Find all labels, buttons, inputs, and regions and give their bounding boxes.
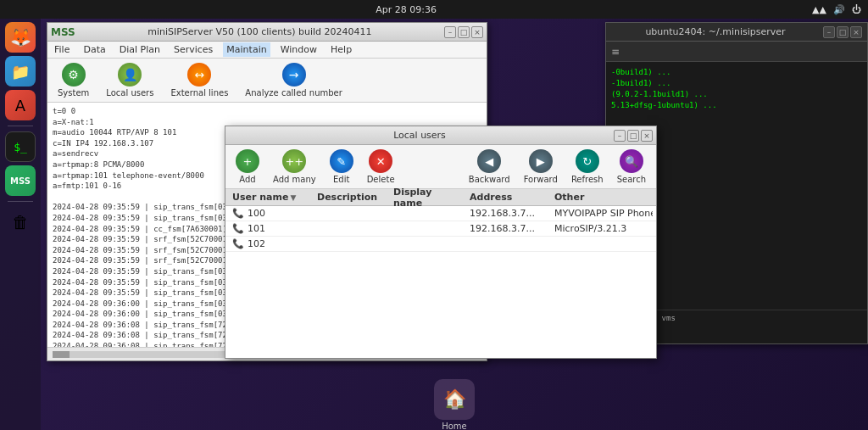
volume-icon: 🔊 bbox=[833, 4, 845, 15]
edit-icon: ✎ bbox=[330, 149, 353, 173]
lu-addmany-label: Add many bbox=[273, 175, 316, 184]
lu-add-label: Add bbox=[239, 175, 255, 184]
col-header-description[interactable]: Description bbox=[314, 192, 390, 203]
home-icon: 🏠 bbox=[434, 379, 475, 420]
lu-toolbar: + Add ++ Add many ✎ Edit ✕ Delete ◀ Back… bbox=[225, 145, 656, 189]
localusers-icon: 👤 bbox=[118, 63, 142, 87]
mss-title-icon: MSS bbox=[51, 26, 75, 38]
toolbar-analyze-label: Analyze called number bbox=[245, 88, 342, 98]
lu-maximize-button[interactable]: □ bbox=[627, 130, 639, 142]
lu-search-button[interactable]: 🔍 Search bbox=[614, 148, 649, 186]
mss-title: miniSIPServer V50 (100 clients) build 20… bbox=[79, 26, 441, 37]
refresh-icon: ↻ bbox=[576, 149, 599, 173]
phone-icon: 📞 bbox=[232, 238, 244, 250]
cell-username-101: 📞 101 bbox=[229, 223, 314, 235]
mss-maximize-button[interactable]: □ bbox=[458, 26, 470, 38]
log-line: t=0 0 bbox=[53, 106, 481, 117]
dock-item-app-installer[interactable]: A bbox=[5, 90, 36, 120]
lu-delete-button[interactable]: ✕ Delete bbox=[364, 148, 398, 186]
dock-item-files[interactable]: 📁 bbox=[5, 56, 36, 87]
terminal-close-button[interactable]: × bbox=[850, 26, 862, 38]
phone-icon: 📞 bbox=[232, 208, 244, 220]
terminal-title: ubuntu2404: ~/.minisipserver bbox=[611, 26, 820, 37]
mss-scrollbar-thumb[interactable] bbox=[53, 351, 70, 358]
lu-refresh-button[interactable]: ↻ Refresh bbox=[568, 148, 607, 186]
mss-icon: MSS bbox=[10, 176, 31, 186]
lu-addmany-button[interactable]: ++ Add many bbox=[270, 148, 320, 186]
lu-forward-button[interactable]: ▶ Forward bbox=[520, 148, 561, 186]
add-icon: + bbox=[236, 149, 259, 173]
dock-item-trash[interactable]: 🗑 bbox=[5, 207, 36, 237]
mss-menubar: File Data Dial Plan Services Maintain Wi… bbox=[47, 42, 487, 59]
menu-services[interactable]: Services bbox=[170, 42, 216, 57]
terminal-line bbox=[611, 111, 862, 122]
terminal-line: -0build1) ... bbox=[611, 67, 862, 78]
cell-address-100: 192.168.3.7... bbox=[466, 208, 551, 219]
phone-icon: 📞 bbox=[232, 223, 244, 235]
lu-backward-button[interactable]: ◀ Backward bbox=[465, 148, 514, 186]
mss-close-button[interactable]: × bbox=[471, 26, 483, 38]
lu-table-body: 📞 100 192.168.3.7... MYVOIPAPP SIP Phone… bbox=[225, 206, 656, 358]
toolbar-extlines-button[interactable]: ↔ External lines bbox=[167, 61, 231, 99]
cell-username-102: 📞 102 bbox=[229, 238, 314, 250]
toolbar-analyze-button[interactable]: → Analyze called number bbox=[242, 61, 345, 99]
lu-titlebar-buttons: – □ × bbox=[614, 130, 653, 142]
taskbar-home[interactable]: 🏠 Home bbox=[434, 379, 475, 431]
menu-help[interactable]: Help bbox=[327, 42, 355, 57]
backward-icon: ◀ bbox=[477, 149, 501, 173]
trash-icon: 🗑 bbox=[12, 212, 29, 232]
lu-title: Local users bbox=[229, 130, 610, 141]
desktop: Apr 28 09:36 ▲▲ 🔊 ⏻ 🦊 📁 A $_ MSS 🗑 bbox=[0, 0, 868, 430]
lu-minimize-button[interactable]: – bbox=[614, 130, 626, 142]
menu-window[interactable]: Window bbox=[277, 42, 320, 57]
col-header-displayname[interactable]: Display name bbox=[390, 187, 466, 209]
mss-titlebar: MSS miniSIPServer V50 (100 clients) buil… bbox=[47, 23, 487, 42]
delete-icon: ✕ bbox=[369, 149, 392, 173]
files-icon: 📁 bbox=[11, 63, 30, 81]
table-row[interactable]: 📞 101 192.168.3.7... MicroSIP/3.21.3 bbox=[225, 221, 656, 237]
terminal-titlebar: ubuntu2404: ~/.minisipserver – □ × bbox=[606, 23, 867, 42]
cell-address-101: 192.168.3.7... bbox=[466, 223, 551, 234]
terminal-minimize-button[interactable]: – bbox=[823, 26, 835, 38]
terminal-titlebar-buttons: – □ × bbox=[823, 26, 862, 38]
terminal-line: 5.13+dfsg-1ubuntu1) ... bbox=[611, 100, 862, 111]
terminal-icon: $_ bbox=[14, 141, 27, 154]
lu-add-button[interactable]: + Add bbox=[232, 148, 263, 186]
menu-data[interactable]: Data bbox=[80, 42, 108, 57]
table-row[interactable]: 📞 100 192.168.3.7... MYVOIPAPP SIP Phone… bbox=[225, 206, 656, 221]
dock-separator-2 bbox=[8, 201, 33, 202]
lu-edit-button[interactable]: ✎ Edit bbox=[326, 148, 357, 186]
search-icon: 🔍 bbox=[620, 149, 643, 173]
col-header-other[interactable]: Other bbox=[551, 192, 653, 203]
terminal-maximize-button[interactable]: □ bbox=[837, 26, 849, 38]
analyze-icon: → bbox=[282, 63, 306, 87]
toolbar-localusers-button[interactable]: 👤 Local users bbox=[103, 61, 157, 99]
toolbar-system-label: System bbox=[58, 88, 89, 98]
topbar: Apr 28 09:36 ▲▲ 🔊 ⏻ bbox=[0, 0, 868, 19]
firefox-icon: 🦊 bbox=[10, 27, 31, 47]
lu-titlebar: Local users – □ × bbox=[225, 126, 656, 145]
toolbar-localusers-label: Local users bbox=[106, 88, 153, 98]
app-installer-icon: A bbox=[15, 97, 25, 114]
dock-item-terminal[interactable]: $_ bbox=[5, 131, 36, 162]
mss-minimize-button[interactable]: – bbox=[444, 26, 456, 38]
col-header-address[interactable]: Address bbox=[466, 192, 551, 203]
terminal-menu-button[interactable]: ≡ bbox=[609, 44, 621, 59]
topbar-right: ▲▲ 🔊 ⏻ bbox=[812, 4, 868, 15]
menu-file[interactable]: File bbox=[51, 42, 73, 57]
menu-maintain[interactable]: Maintain bbox=[223, 42, 270, 57]
mss-toolbar: ⚙ System 👤 Local users ↔ External lines … bbox=[47, 59, 487, 103]
dock-item-firefox[interactable]: 🦊 bbox=[5, 22, 36, 53]
toolbar-system-button[interactable]: ⚙ System bbox=[54, 61, 92, 99]
menu-dialplan[interactable]: Dial Plan bbox=[116, 42, 164, 57]
lu-backward-label: Backward bbox=[469, 175, 510, 184]
table-row[interactable]: 📞 102 bbox=[225, 237, 656, 252]
dock-item-mss[interactable]: MSS bbox=[5, 165, 36, 196]
forward-icon: ▶ bbox=[529, 149, 553, 173]
terminal-line: -1build1) ... bbox=[611, 78, 862, 89]
mss-titlebar-buttons: – □ × bbox=[444, 26, 483, 38]
cell-username-100: 📞 100 bbox=[229, 208, 314, 220]
col-header-username[interactable]: User name ▼ bbox=[229, 192, 314, 203]
lu-close-button[interactable]: × bbox=[641, 130, 653, 142]
network-icon: ▲▲ bbox=[812, 4, 826, 15]
